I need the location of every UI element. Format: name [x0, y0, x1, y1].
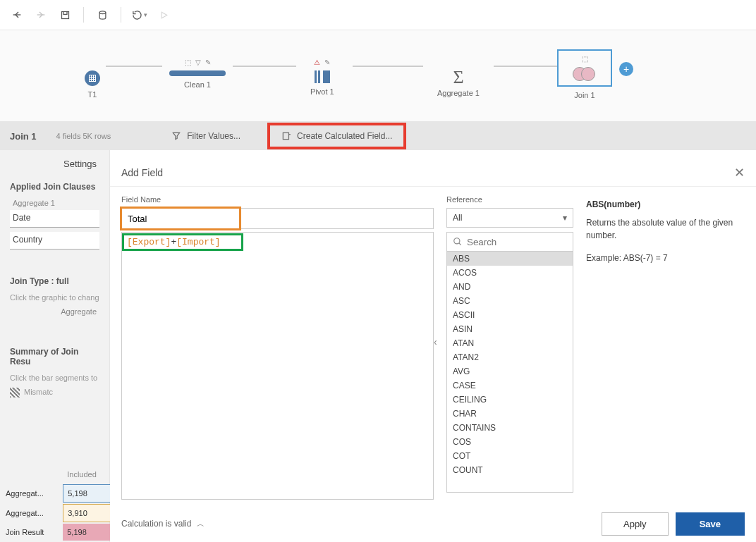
- step-meta: 4 fields 5K rows: [56, 132, 111, 140]
- flow-node-aggregate[interactable]: Σ Aggregate 1: [437, 58, 480, 97]
- add-step-button[interactable]: +: [619, 62, 633, 76]
- function-item[interactable]: CEILING: [447, 393, 573, 407]
- settings-tab[interactable]: Settings: [0, 150, 109, 178]
- apply-button[interactable]: Apply: [602, 512, 669, 536]
- validation-message[interactable]: Calculation is valid ︿: [121, 519, 205, 529]
- join-clause-field[interactable]: Country: [10, 232, 99, 250]
- node-label: Join 1: [557, 91, 612, 99]
- table-row[interactable]: Aggregat...3,910: [1, 504, 111, 522]
- formula-editor[interactable]: [Export]+[Import]: [121, 232, 434, 500]
- function-item[interactable]: AVG: [447, 364, 573, 378]
- node-label: T1: [85, 90, 100, 99]
- field-name-input[interactable]: [121, 208, 240, 229]
- filter-icon: [171, 131, 181, 141]
- function-item[interactable]: ATAN2: [447, 350, 573, 364]
- clean-step-icon: ⬚: [185, 58, 191, 68]
- function-item[interactable]: CHAR: [447, 407, 573, 421]
- function-item[interactable]: ASC: [447, 294, 573, 308]
- join-summary-table: Included Aggregat...5,198 Aggregat...3,9…: [0, 464, 113, 542]
- function-item[interactable]: COUNT: [447, 463, 573, 477]
- function-item[interactable]: AND: [447, 280, 573, 294]
- node-label: Aggregate 1: [437, 89, 480, 97]
- mismatch-row: Mismatc: [0, 385, 109, 400]
- dialog-footer: Calculation is valid ︿ Apply Save: [110, 505, 756, 542]
- function-item[interactable]: CONTAINS: [447, 421, 573, 435]
- dialog-header: Add Field ✕: [110, 159, 756, 187]
- join-type-hint: Click the graphic to chang: [0, 290, 109, 304]
- svg-rect-3: [283, 133, 288, 139]
- svg-point-1: [99, 11, 106, 13]
- formula-token-field: [Export]: [127, 237, 171, 247]
- join-clause-field[interactable]: Date: [10, 210, 99, 228]
- flow-node-clean[interactable]: ⬚▽✎ Clean 1: [169, 58, 226, 89]
- svg-rect-0: [61, 11, 68, 18]
- flow-node-join[interactable]: ⬚ Join 1: [557, 49, 612, 99]
- table-row[interactable]: Join Result5,198: [1, 524, 111, 541]
- create-calculated-field-button[interactable]: Create Calculated Field...: [267, 123, 406, 149]
- node-label: Clean 1: [169, 80, 226, 89]
- function-list[interactable]: ABS ACOS AND ASC ASCII ASIN ATAN ATAN2 A…: [446, 252, 573, 493]
- filter-values-button[interactable]: Filter Values...: [164, 127, 248, 145]
- node-label: Pivot 1: [310, 87, 334, 96]
- function-item[interactable]: COT: [447, 449, 573, 463]
- filter-values-label: Filter Values...: [187, 131, 240, 141]
- function-item[interactable]: CASE: [447, 378, 573, 393]
- add-field-dialog: Add Field ✕ Field Name [Export]+[Import]…: [110, 159, 756, 542]
- function-search-input[interactable]: [446, 232, 573, 252]
- forward-button[interactable]: [31, 5, 51, 25]
- save-button[interactable]: Save: [676, 512, 745, 536]
- data-source-icon[interactable]: [92, 5, 112, 25]
- join-type-heading: Join Type : full: [0, 272, 109, 290]
- flow-node-pivot[interactable]: ⚠✎ Pivot 1: [310, 58, 334, 96]
- back-button[interactable]: [7, 5, 27, 25]
- aggregate-small: Aggregate: [0, 304, 109, 317]
- refresh-icon[interactable]: ▾: [130, 5, 150, 25]
- function-item[interactable]: COS: [447, 435, 573, 449]
- summary-hint: Click the bar segments to: [0, 371, 109, 385]
- save-icon[interactable]: [55, 5, 75, 25]
- collapse-caret-icon[interactable]: ‹: [434, 336, 437, 347]
- calc-field-icon: [281, 131, 291, 141]
- summary-heading: Summary of Join Resu: [0, 343, 109, 371]
- function-item[interactable]: ABS: [447, 252, 573, 266]
- calc-step-icon: ⬚: [582, 55, 588, 64]
- help-example: Example: ABS(-7) = 7: [586, 252, 745, 264]
- applied-clauses-heading: Applied Join Clauses: [0, 178, 109, 196]
- help-title: ABS(number): [586, 199, 745, 209]
- function-item[interactable]: ATAN: [447, 336, 573, 350]
- help-description: Returns the absolute value of the given …: [586, 216, 745, 242]
- field-name-label: Field Name: [121, 195, 434, 204]
- warning-icon: ⚠: [314, 58, 320, 68]
- svg-rect-2: [90, 75, 96, 82]
- formula-token-field: [Import]: [176, 237, 220, 247]
- close-button[interactable]: ✕: [734, 165, 745, 180]
- table-row[interactable]: Aggregat...5,198: [1, 484, 111, 503]
- function-item[interactable]: ASIN: [447, 322, 573, 336]
- flow-canvas[interactable]: T1 ⬚▽✎ Clean 1 ⚠✎ Pivot 1 Σ Aggregate 1 …: [0, 30, 756, 122]
- calc-field-label: Create Calculated Field...: [297, 131, 392, 141]
- edit-step-icon: ✎: [324, 58, 330, 68]
- reference-label: Reference: [446, 195, 573, 204]
- dialog-title: Add Field: [121, 167, 163, 178]
- function-item[interactable]: ACOS: [447, 266, 573, 280]
- filter-step-icon: ▽: [195, 58, 201, 68]
- flow-node-input[interactable]: T1: [85, 58, 100, 99]
- included-header: Included: [63, 466, 111, 483]
- main-toolbar: ▾: [0, 0, 756, 30]
- run-flow-icon[interactable]: [154, 5, 173, 25]
- chevron-up-icon: ︿: [197, 519, 205, 529]
- chevron-down-icon: ▾: [563, 213, 567, 223]
- function-help-panel: ABS(number) Returns the absolute value o…: [586, 195, 745, 505]
- edit-step-icon: ✎: [205, 58, 211, 68]
- reference-category-select[interactable]: All▾: [446, 208, 573, 228]
- function-item[interactable]: ASCII: [447, 308, 573, 322]
- settings-panel: Settings Applied Join Clauses Aggregate …: [0, 150, 110, 542]
- step-title: Join 1: [10, 131, 37, 142]
- toolbar-divider: [83, 7, 84, 23]
- hatch-icon: [10, 388, 20, 398]
- aggregate-label: Aggregate 1: [0, 196, 109, 209]
- step-header-bar: Join 1 4 fields 5K rows Filter Values...…: [0, 122, 756, 150]
- toolbar-divider: [121, 7, 121, 23]
